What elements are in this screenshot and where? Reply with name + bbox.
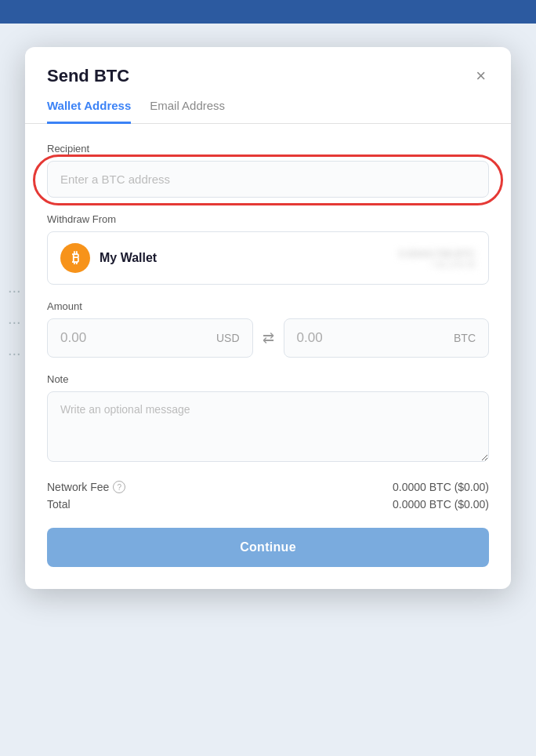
wallet-name: My Wallet xyxy=(100,251,157,265)
amount-usd-value: 0.00 xyxy=(60,330,86,346)
recipient-section: Recipient xyxy=(47,143,489,198)
network-fee-label: Network Fee ? xyxy=(47,481,125,493)
wallet-balance-btc: 0.00441768 BTC xyxy=(399,248,476,260)
tab-email-address[interactable]: Email Address xyxy=(150,99,225,124)
wallet-card[interactable]: ₿ My Wallet 0.00441768 BTC ≈ $1,234.56 xyxy=(47,231,489,285)
amount-usd-currency: USD xyxy=(216,332,240,344)
modal-body: Recipient Withdraw From ₿ My Wallet 0.00… xyxy=(25,124,511,589)
bitcoin-icon: ₿ xyxy=(60,243,90,273)
amount-row: 0.00 USD ⇄ 0.00 BTC xyxy=(47,318,489,358)
total-value: 0.0000 BTC ($0.00) xyxy=(393,498,489,511)
recipient-input[interactable] xyxy=(47,161,489,198)
wallet-left: ₿ My Wallet xyxy=(60,243,157,273)
network-fee-row: Network Fee ? 0.0000 BTC ($0.00) xyxy=(47,481,489,493)
amount-btc-currency: BTC xyxy=(454,332,476,344)
recipient-label: Recipient xyxy=(47,143,489,154)
background-dots: ········· xyxy=(8,274,21,369)
continue-button[interactable]: Continue xyxy=(47,528,489,567)
total-row: Total 0.0000 BTC ($0.00) xyxy=(47,498,489,511)
fee-section: Network Fee ? 0.0000 BTC ($0.00) Total 0… xyxy=(47,481,489,511)
amount-btc-value: 0.00 xyxy=(297,330,323,346)
tab-bar: Wallet Address Email Address xyxy=(25,88,511,124)
note-textarea[interactable] xyxy=(47,391,489,462)
note-section: Note xyxy=(47,373,489,465)
recipient-input-wrapper xyxy=(47,161,489,198)
fee-help-icon[interactable]: ? xyxy=(113,481,125,493)
close-button[interactable]: × xyxy=(473,64,489,88)
swap-icon[interactable]: ⇄ xyxy=(263,329,274,347)
amount-section: Amount 0.00 USD ⇄ 0.00 BTC xyxy=(47,300,489,358)
send-btc-modal: Send BTC × Wallet Address Email Address … xyxy=(25,47,511,589)
amount-label: Amount xyxy=(47,300,489,312)
tab-wallet-address[interactable]: Wallet Address xyxy=(47,99,131,124)
withdraw-label: Withdraw From xyxy=(47,213,489,225)
wallet-balance: 0.00441768 BTC ≈ $1,234.56 xyxy=(399,248,476,269)
note-label: Note xyxy=(47,373,489,385)
total-label: Total xyxy=(47,498,71,511)
amount-btc-box: 0.00 BTC xyxy=(284,318,490,358)
modal-overlay: ········· Send BTC × Wallet Address Emai… xyxy=(0,24,536,756)
modal-header: Send BTC × xyxy=(25,47,511,88)
withdraw-section: Withdraw From ₿ My Wallet 0.00441768 BTC… xyxy=(47,213,489,285)
wallet-balance-usd: ≈ $1,234.56 xyxy=(399,260,476,269)
amount-usd-box: 0.00 USD xyxy=(47,318,253,358)
modal-title: Send BTC xyxy=(47,66,129,86)
network-fee-value: 0.0000 BTC ($0.00) xyxy=(393,481,489,493)
